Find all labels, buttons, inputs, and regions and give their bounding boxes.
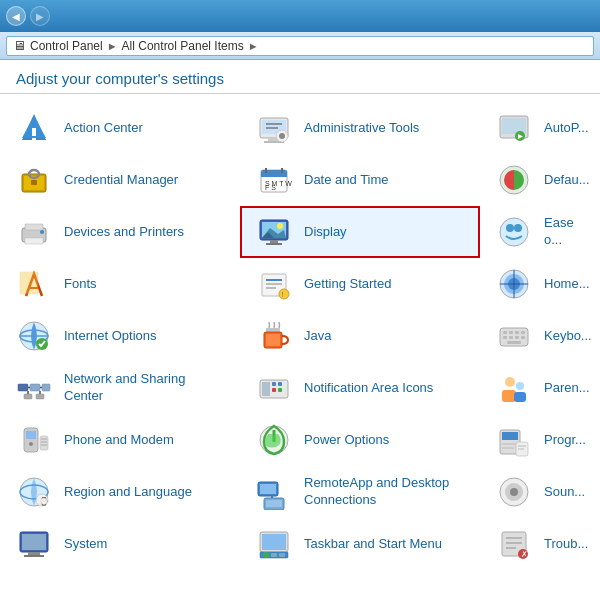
autoplay-icon <box>494 108 534 148</box>
address-path[interactable]: 🖥 Control Panel ► All Control Panel Item… <box>6 36 594 56</box>
region-language-label: Region and Language <box>64 484 192 501</box>
svg-rect-128 <box>279 553 285 557</box>
troubleshoot-label: Troub... <box>544 536 588 553</box>
power-options-label: Power Options <box>304 432 389 449</box>
svg-rect-60 <box>266 334 280 346</box>
svg-rect-66 <box>521 331 525 334</box>
content-area: Action Center Administrative Tools <box>0 94 600 590</box>
default-icon <box>494 160 534 200</box>
svg-rect-61 <box>266 328 280 332</box>
svg-rect-64 <box>509 331 513 334</box>
svg-rect-13 <box>502 118 526 134</box>
svg-point-36 <box>277 223 283 229</box>
svg-rect-71 <box>507 341 521 344</box>
items-grid: Action Center Administrative Tools <box>0 102 600 570</box>
svg-rect-86 <box>278 388 282 392</box>
item-power-options[interactable]: Power Options <box>240 414 480 466</box>
svg-point-48 <box>279 289 289 299</box>
network-sharing-icon <box>14 368 54 408</box>
path-segment-all: All Control Panel Items <box>122 39 244 53</box>
svg-rect-38 <box>266 243 282 245</box>
svg-rect-19 <box>31 180 37 185</box>
fonts-label: Fonts <box>64 276 97 293</box>
svg-rect-114 <box>266 500 282 507</box>
devices-printers-icon <box>14 212 54 252</box>
item-network-sharing[interactable]: Network and Sharing Center <box>0 362 240 414</box>
svg-rect-72 <box>18 384 28 391</box>
credential-manager-label: Credential Manager <box>64 172 178 189</box>
item-getting-started[interactable]: ! Getting Started <box>240 258 480 310</box>
action-center-label: Action Center <box>64 120 143 137</box>
item-ease[interactable]: Ease o... <box>480 206 600 258</box>
forward-button[interactable]: ▶ <box>30 6 50 26</box>
system-label: System <box>64 536 107 553</box>
item-region-language[interactable]: ⌚ Region and Language <box>0 466 240 518</box>
item-sound[interactable]: Soun... <box>480 466 600 518</box>
item-system[interactable]: System <box>0 518 240 570</box>
phone-modem-label: Phone and Modem <box>64 432 174 449</box>
item-java[interactable]: Java <box>240 310 480 362</box>
programs-label: Progr... <box>544 432 586 449</box>
power-options-icon <box>254 420 294 460</box>
svg-rect-29 <box>25 224 43 230</box>
path-sep-2: ► <box>248 40 259 52</box>
svg-rect-3 <box>32 138 36 141</box>
display-label: Display <box>304 224 347 241</box>
notification-icons-label: Notification Area Icons <box>304 380 433 397</box>
java-label: Java <box>304 328 331 345</box>
svg-point-41 <box>514 224 522 232</box>
title-bar: ◀ ▶ <box>0 0 600 32</box>
item-keyboard[interactable]: Keybo... <box>480 310 600 362</box>
item-default[interactable]: Defau... <box>480 154 600 206</box>
svg-rect-127 <box>271 553 277 557</box>
date-time-label: Date and Time <box>304 172 389 189</box>
page-header: Adjust your computer's settings <box>0 60 600 94</box>
svg-text:✗: ✗ <box>521 550 528 559</box>
credential-manager-icon <box>14 160 54 200</box>
item-home[interactable]: Home... <box>480 258 600 310</box>
svg-point-93 <box>29 442 33 446</box>
svg-rect-101 <box>502 432 518 440</box>
svg-rect-69 <box>515 336 519 339</box>
date-time-icon: S M T W T F S <box>254 160 294 200</box>
autoplay-label: AutoP... <box>544 120 589 137</box>
region-language-icon: ⌚ <box>14 472 54 512</box>
item-phone-modem[interactable]: Phone and Modem <box>0 414 240 466</box>
svg-rect-2 <box>32 128 36 136</box>
action-center-icon <box>14 108 54 148</box>
item-troubleshoot[interactable]: ✗ Troub... <box>480 518 600 570</box>
getting-started-icon: ! <box>254 264 294 304</box>
system-icon <box>14 524 54 564</box>
svg-point-118 <box>510 488 518 496</box>
item-notification-icons[interactable]: Notification Area Icons <box>240 362 480 414</box>
item-remoteapp[interactable]: RemoteApp and Desktop Connections <box>240 466 480 518</box>
fonts-icon <box>14 264 54 304</box>
svg-rect-85 <box>272 388 276 392</box>
address-bar: 🖥 Control Panel ► All Control Panel Item… <box>0 32 600 60</box>
svg-rect-67 <box>503 336 507 339</box>
item-credential-manager[interactable]: Credential Manager <box>0 154 240 206</box>
item-programs[interactable]: Progr... <box>480 414 600 466</box>
item-parental[interactable]: Paren... <box>480 362 600 414</box>
item-display[interactable]: Display <box>240 206 480 258</box>
item-fonts[interactable]: Fonts <box>0 258 240 310</box>
svg-point-126 <box>263 552 269 558</box>
svg-point-39 <box>500 218 528 246</box>
item-devices-printers[interactable]: Devices and Printers <box>0 206 240 258</box>
parental-icon <box>494 368 534 408</box>
item-taskbar-start[interactable]: Taskbar and Start Menu <box>240 518 480 570</box>
item-autoplay[interactable]: AutoP... <box>480 102 600 154</box>
svg-rect-74 <box>42 384 50 391</box>
item-admin-tools[interactable]: Administrative Tools <box>240 102 480 154</box>
item-action-center[interactable]: Action Center <box>0 102 240 154</box>
svg-text:F  S: F S <box>265 184 276 191</box>
remoteapp-label: RemoteApp and Desktop Connections <box>304 475 466 509</box>
item-date-time[interactable]: S M T W T F S Date and Time <box>240 154 480 206</box>
svg-rect-73 <box>30 384 40 391</box>
svg-point-40 <box>506 224 514 232</box>
back-button[interactable]: ◀ <box>6 6 26 26</box>
item-internet-options[interactable]: Internet Options <box>0 310 240 362</box>
svg-rect-89 <box>502 390 516 402</box>
java-icon <box>254 316 294 356</box>
svg-rect-84 <box>278 382 282 386</box>
